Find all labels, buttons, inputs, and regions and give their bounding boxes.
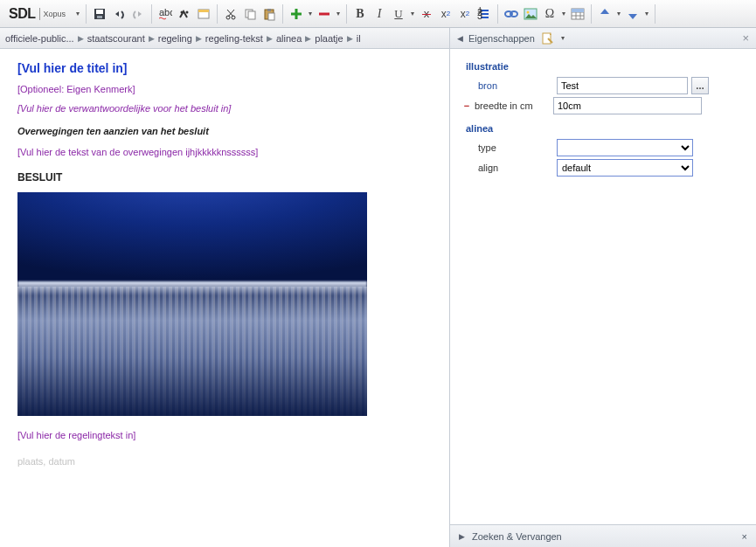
table-icon[interactable]	[569, 5, 586, 23]
superscript-icon[interactable]: x2	[437, 5, 454, 23]
redo-icon[interactable]	[129, 5, 147, 23]
move-down-menu-drop[interactable]: ▾	[643, 7, 650, 21]
svg-rect-10	[246, 10, 253, 17]
prop-row-breedte: − breedte in cm	[461, 97, 746, 114]
product-name: Xopus	[39, 8, 70, 20]
chevron-right-icon: ▶	[347, 34, 353, 43]
image-icon[interactable]	[522, 5, 539, 23]
move-down-icon[interactable]	[624, 5, 642, 23]
toggle-panel-icon[interactable]	[195, 5, 212, 23]
chevron-right-icon: ▶	[149, 34, 155, 43]
svg-point-5	[186, 10, 189, 13]
subscript-icon[interactable]: x2	[456, 5, 474, 23]
input-bron[interactable]	[557, 77, 688, 94]
separator	[151, 4, 152, 24]
svg-point-18	[505, 11, 512, 17]
close-icon[interactable]: ×	[742, 31, 749, 45]
svg-rect-24	[543, 33, 551, 44]
copy-icon[interactable]	[241, 5, 259, 23]
image-fg	[17, 287, 367, 416]
breadcrumb: officiele-public...▶ staatscourant▶ rege…	[0, 28, 449, 49]
editor-column: officiele-public...▶ staatscourant▶ rege…	[0, 28, 450, 547]
spellcheck-icon[interactable]: abc	[156, 5, 174, 23]
doc-overwegingen-text[interactable]: [Vul hier de tekst van de overwegingen i…	[17, 147, 432, 157]
doc-optioneel[interactable]: [Optioneel: Eigen Kenmerk]	[17, 84, 432, 94]
browse-button[interactable]: …	[691, 77, 709, 94]
symbol-icon[interactable]: Ω	[541, 5, 558, 23]
chevron-right-icon: ▶	[305, 34, 311, 43]
product-menu-drop[interactable]: ▾	[74, 7, 81, 21]
properties-panel-header[interactable]: ◀ Eigenschappen ▾ ×	[450, 28, 756, 49]
svg-point-9	[232, 16, 235, 19]
remove-menu-drop[interactable]: ▾	[335, 7, 342, 21]
search-replace-title: Zoeken & Vervangen	[472, 531, 562, 542]
search-replace-panel-header[interactable]: ▶ Zoeken & Vervangen ×	[450, 524, 756, 547]
crumb-4[interactable]: alinea	[276, 33, 302, 44]
prop-row-align: align default	[461, 159, 746, 177]
save-icon[interactable]	[91, 5, 108, 23]
svg-rect-0	[94, 9, 105, 19]
svg-point-19	[510, 11, 517, 17]
svg-text:2: 2	[477, 7, 482, 17]
doc-plaats-datum[interactable]: plaats, datum	[17, 456, 432, 467]
label-bron[interactable]: bron	[476, 80, 557, 91]
doc-image[interactable]	[17, 192, 367, 416]
svg-point-21	[527, 10, 530, 13]
bold-icon[interactable]: B	[351, 5, 369, 23]
prop-row-bron: bron …	[461, 77, 746, 94]
doc-overwegingen-head[interactable]: Overwegingen ten aanzien van het besluit	[17, 126, 432, 136]
chevron-right-icon: ▶	[78, 34, 84, 43]
svg-rect-23	[572, 9, 584, 12]
crumb-5[interactable]: plaatje	[315, 33, 343, 44]
input-breedte[interactable]	[553, 97, 702, 114]
remove-prop-icon[interactable]: −	[461, 100, 473, 111]
separator	[346, 4, 347, 24]
add-icon[interactable]	[288, 5, 305, 23]
svg-rect-22	[572, 9, 584, 19]
select-align[interactable]: default	[557, 159, 693, 177]
separator	[282, 4, 283, 24]
panel-menu-drop[interactable]: ▾	[559, 31, 566, 45]
main-area: officiele-public...▶ staatscourant▶ rege…	[0, 28, 756, 547]
crumb-2[interactable]: regeling	[158, 33, 192, 44]
italic-icon[interactable]: I	[371, 5, 388, 23]
panel-doc-icon[interactable]	[540, 31, 554, 45]
crumb-3[interactable]: regeling-tekst	[205, 33, 263, 44]
panel-title: Eigenschappen	[468, 33, 535, 44]
svg-rect-6	[198, 10, 209, 18]
cut-icon[interactable]	[222, 5, 239, 23]
remove-icon[interactable]	[316, 5, 333, 23]
link-icon[interactable]	[503, 5, 520, 23]
label-type: type	[476, 142, 557, 153]
undo-icon[interactable]	[110, 5, 128, 23]
svg-point-4	[181, 10, 184, 13]
doc-besluit-head[interactable]: BESLUIT	[17, 171, 432, 183]
doc-verantwoordelijke[interactable]: [Vul hier de verwantwoordelijke voor het…	[17, 103, 432, 114]
separator	[217, 4, 218, 24]
list-icon[interactable]: 123	[475, 5, 493, 23]
svg-text:abc: abc	[159, 8, 172, 17]
find-icon[interactable]	[176, 5, 193, 23]
svg-rect-14	[268, 13, 274, 20]
underline-icon[interactable]: U	[390, 5, 407, 23]
strike-icon[interactable]: x	[418, 5, 435, 23]
symbol-menu-drop[interactable]: ▾	[560, 7, 567, 21]
doc-title[interactable]: [Vul hier de titel in]	[17, 61, 432, 75]
crumb-0[interactable]: officiele-public...	[5, 33, 74, 44]
collapse-icon[interactable]: ◀	[457, 34, 463, 43]
move-up-menu-drop[interactable]: ▾	[615, 7, 622, 21]
add-menu-drop[interactable]: ▾	[307, 7, 314, 21]
main-toolbar: SDL Xopus ▾ abc ▾ ▾ B I U ▾ x x2 x2 123 …	[0, 0, 756, 28]
select-type[interactable]	[557, 139, 693, 156]
move-up-icon[interactable]	[596, 5, 614, 23]
crumb-1[interactable]: staatscourant	[87, 33, 145, 44]
expand-icon[interactable]: ▶	[459, 532, 465, 541]
close-icon[interactable]: ×	[742, 531, 747, 542]
section-illustratie: illustratie	[466, 61, 746, 72]
crumb-6[interactable]: il	[357, 33, 361, 44]
paste-icon[interactable]	[260, 5, 278, 23]
separator	[655, 4, 655, 24]
underline-menu-drop[interactable]: ▾	[409, 7, 416, 21]
doc-regelingtekst[interactable]: [Vul hier de regelingtekst in]	[17, 430, 432, 440]
document-editor[interactable]: [Vul hier de titel in] [Optioneel: Eigen…	[0, 49, 449, 547]
